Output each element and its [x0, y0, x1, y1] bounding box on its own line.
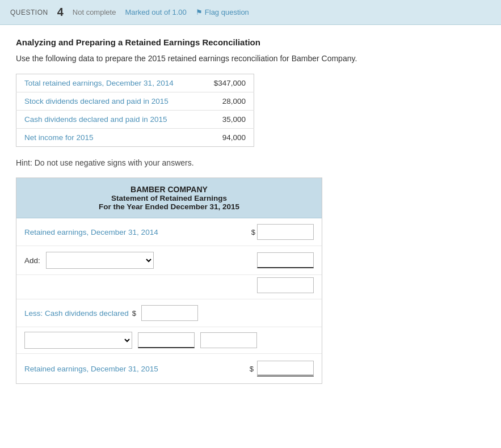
- less-label: Less: Cash dividends declared: [24, 309, 129, 318]
- question-label: QUESTION: [10, 9, 48, 16]
- table-cell-label: Total retained earnings, December 31, 20…: [16, 74, 200, 92]
- subtotal-wrapper: [257, 277, 314, 293]
- statement-title: Statement of Retained Earnings: [22, 194, 316, 202]
- flag-icon: ⚑: [196, 8, 203, 16]
- retained-2015-input[interactable]: [257, 361, 314, 377]
- table-row: Cash dividends declared and paid in 2015…: [16, 111, 254, 129]
- retained-2015-row: Retained earnings, December 31, 2015 $: [16, 354, 322, 383]
- table-cell-label: Net income for 2015: [16, 129, 200, 147]
- statement-period: For the Year Ended December 31, 2015: [22, 202, 316, 211]
- hint-text: Hint: Do not use negative signs with you…: [16, 158, 485, 167]
- statement-container: BAMBER COMPANY Statement of Retained Ear…: [16, 177, 322, 384]
- top-bar: QUESTION 4 Not complete Marked out of 1.…: [0, 0, 501, 25]
- retained-2014-input[interactable]: [257, 224, 314, 240]
- flag-label: Flag question: [205, 8, 249, 16]
- add-row: Add: Net income Stock dividends: [16, 246, 322, 275]
- question-number: 4: [57, 6, 64, 19]
- add-label: Add:: [24, 256, 40, 265]
- status-badge: Not complete: [73, 8, 116, 16]
- subtotal-row: [16, 275, 322, 299]
- dollar-sign-2014: $: [251, 228, 255, 236]
- question-title: Analyzing and Preparing a Retained Earni…: [16, 37, 485, 47]
- main-content: Analyzing and Preparing a Retained Earni…: [0, 25, 501, 448]
- subtotal-input[interactable]: [257, 277, 314, 293]
- table-cell-label: Stock dividends declared and paid in 201…: [16, 92, 200, 111]
- less-input[interactable]: [141, 305, 198, 321]
- less-dropdown[interactable]: Stock dividends declared Other: [24, 332, 132, 349]
- table-row: Stock dividends declared and paid in 201…: [16, 92, 254, 111]
- table-cell-value: 94,000: [200, 129, 254, 147]
- table-row: Total retained earnings, December 31, 20…: [16, 74, 254, 92]
- less2-total-input[interactable]: [200, 332, 257, 348]
- table-cell-label: Cash dividends declared and paid in 2015: [16, 111, 200, 129]
- add-dropdown[interactable]: Net income Stock dividends: [46, 252, 154, 269]
- statement-header: BAMBER COMPANY Statement of Retained Ear…: [16, 178, 322, 218]
- table-row: Net income for 201594,000: [16, 129, 254, 147]
- retained-2014-label: Retained earnings, December 31, 2014: [24, 228, 251, 236]
- retained-2014-row: Retained earnings, December 31, 2014 $: [16, 218, 322, 246]
- table-cell-value: 35,000: [200, 111, 254, 129]
- table-cell-value: 28,000: [200, 92, 254, 111]
- flag-question-button[interactable]: ⚑ Flag question: [196, 8, 249, 16]
- dollar-sign-2015: $: [250, 365, 254, 373]
- dollar-sign-less: $: [132, 309, 136, 318]
- less-row: Less: Cash dividends declared $: [16, 299, 322, 327]
- data-table: Total retained earnings, December 31, 20…: [16, 74, 254, 147]
- company-name: BAMBER COMPANY: [22, 185, 316, 194]
- less2-input[interactable]: [138, 332, 195, 348]
- retained-2014-right: $: [251, 224, 314, 240]
- add-input[interactable]: [257, 252, 314, 268]
- statement-body: Retained earnings, December 31, 2014 $ A…: [16, 218, 322, 383]
- table-cell-value: $347,000: [200, 74, 254, 92]
- dropdown-row: Stock dividends declared Other: [16, 327, 322, 354]
- retained-2015-label: Retained earnings, December 31, 2015: [24, 365, 250, 373]
- marked-out: Marked out of 1.00: [125, 8, 186, 16]
- question-body: Use the following data to prepare the 20…: [16, 53, 485, 65]
